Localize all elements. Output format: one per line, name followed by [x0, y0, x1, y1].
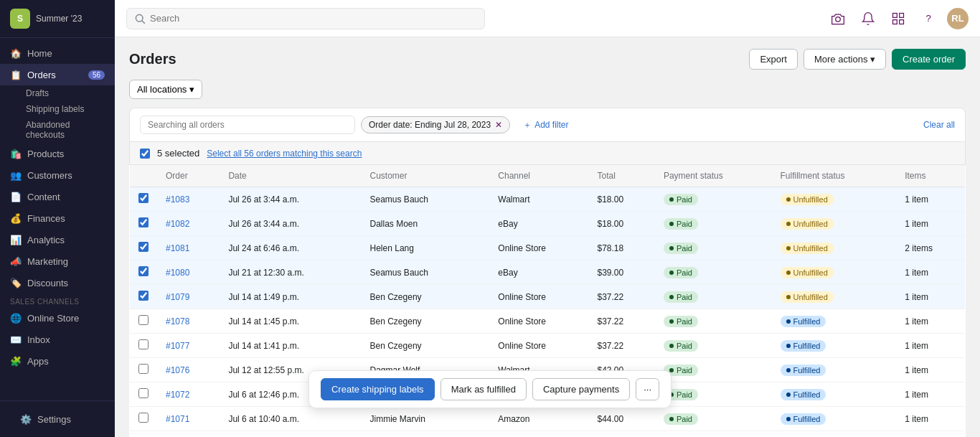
sidebar-item-online-store[interactable]: 🌐 Online Store: [0, 307, 115, 329]
order-number[interactable]: #1078: [166, 316, 189, 326]
sidebar-item-orders[interactable]: 📋 Orders 56: [0, 64, 115, 85]
page-header: Orders Export More actions ▾ Create orde…: [129, 49, 966, 70]
svg-point-2: [836, 17, 841, 22]
date-filter-chip[interactable]: Order date: Ending Jul 28, 2023 ✕: [361, 116, 510, 133]
order-number[interactable]: #1079: [166, 292, 189, 302]
row-checkbox[interactable]: [138, 217, 149, 227]
order-items: 1 item: [896, 334, 965, 358]
sidebar-item-customers[interactable]: 👥 Customers: [0, 164, 115, 186]
sidebar-item-products[interactable]: 🛍️ Products: [0, 143, 115, 164]
search-box[interactable]: [126, 8, 485, 29]
sidebar-item-discounts[interactable]: 🏷️ Discounts: [0, 272, 115, 293]
help-icon-btn[interactable]: ?: [917, 7, 940, 30]
order-total: $18.00: [588, 212, 654, 236]
export-button[interactable]: Export: [749, 49, 798, 70]
row-checkbox[interactable]: [138, 291, 149, 301]
order-customer: Buck Kemmer: [362, 431, 490, 438]
sidebar-item-abandoned-checkouts[interactable]: Abandoned checkouts: [0, 117, 115, 143]
inbox-icon: ✉️: [10, 334, 22, 345]
marketing-icon: 📣: [10, 255, 22, 267]
more-actions-button[interactable]: More actions ▾: [804, 49, 886, 70]
order-date: Jul 26 at 3:44 a.m.: [220, 212, 361, 236]
sidebar-section-sales-channels: Sales channels: [0, 293, 115, 307]
payment-badge: Paid: [664, 316, 698, 327]
order-items: 1 item: [896, 309, 965, 334]
sidebar: S Summer '23 🏠 Home 📋 Orders 56 Drafts S…: [0, 0, 115, 437]
order-customer: Helen Lang: [362, 236, 490, 260]
selection-bar: 5 selected Select all 56 orders matching…: [129, 142, 966, 165]
avatar[interactable]: RL: [947, 8, 969, 29]
order-date: Jul 6 at 10:40 a.m.: [220, 407, 361, 431]
row-checkbox[interactable]: [138, 315, 149, 325]
fulfillment-badge: Unfulfilled: [781, 194, 834, 205]
mark-as-fulfilled-button[interactable]: Mark as fulfilled: [440, 378, 527, 400]
add-filter-button[interactable]: ＋ Add filter: [516, 116, 575, 134]
orders-search-input[interactable]: [140, 116, 355, 134]
select-all-orders-link[interactable]: Select all 56 orders matching this searc…: [207, 149, 362, 159]
fulfillment-badge: Unfulfilled: [781, 218, 834, 230]
order-number[interactable]: #1072: [166, 390, 189, 400]
svg-line-1: [142, 20, 145, 23]
discounts-icon: 🏷️: [10, 277, 22, 288]
finances-icon: 💰: [10, 212, 22, 224]
sidebar-item-marketing[interactable]: 📣 Marketing: [0, 250, 115, 272]
order-date: Jul 14 at 1:49 p.m.: [220, 285, 361, 309]
order-total: $39.00: [588, 260, 654, 285]
row-checkbox[interactable]: [138, 266, 149, 276]
sidebar-item-inbox[interactable]: ✉️ Inbox: [0, 329, 115, 350]
capture-payments-button[interactable]: Capture payments: [532, 378, 630, 400]
order-number[interactable]: #1082: [166, 219, 189, 229]
row-checkbox[interactable]: [138, 339, 149, 349]
order-items: 1 item: [896, 407, 965, 431]
order-number[interactable]: #1076: [166, 365, 189, 375]
order-number[interactable]: #1077: [166, 341, 189, 351]
sidebar-item-analytics-label: Analytics: [27, 235, 65, 245]
order-number[interactable]: #1080: [166, 268, 189, 278]
more-actions-floating-button[interactable]: ···: [636, 378, 659, 400]
grid-icon-btn[interactable]: [887, 7, 910, 30]
row-checkbox[interactable]: [138, 364, 149, 374]
sidebar-item-content[interactable]: 📄 Content: [0, 186, 115, 207]
camera-icon-btn[interactable]: [826, 7, 849, 30]
row-checkbox[interactable]: [138, 413, 149, 423]
order-channel: Walmart: [489, 431, 588, 438]
sidebar-item-shipping-labels[interactable]: Shipping labels: [0, 101, 115, 117]
search-input[interactable]: [150, 13, 477, 24]
location-bar: All locations ▾: [129, 80, 966, 99]
col-payment: Payment status: [655, 165, 772, 187]
payment-badge: Paid: [664, 413, 698, 425]
date-filter-remove[interactable]: ✕: [495, 120, 502, 130]
order-customer: Ben Czegeny: [362, 285, 490, 309]
create-shipping-labels-button[interactable]: Create shipping labels: [321, 378, 435, 400]
order-number[interactable]: #1071: [166, 414, 189, 424]
order-number[interactable]: #1081: [166, 243, 189, 253]
sidebar-item-discounts-label: Discounts: [27, 278, 68, 288]
location-selector[interactable]: All locations ▾: [129, 80, 202, 99]
order-items: 2 items: [896, 236, 965, 260]
more-actions-label: More actions: [814, 54, 867, 65]
row-checkbox[interactable]: [138, 193, 149, 203]
order-items: 1 item: [896, 431, 965, 438]
fulfillment-badge: Fulfilled: [781, 365, 826, 376]
sidebar-item-home[interactable]: 🏠 Home: [0, 42, 115, 64]
home-icon: 🏠: [10, 47, 22, 59]
order-number[interactable]: #1083: [166, 194, 189, 205]
col-date: Date: [220, 165, 361, 187]
abandoned-checkouts-label: Abandoned checkouts: [26, 120, 70, 140]
clear-all-button[interactable]: Clear all: [923, 120, 955, 130]
sidebar-item-finances[interactable]: 💰 Finances: [0, 207, 115, 229]
create-order-button[interactable]: Create order: [892, 49, 966, 70]
row-checkbox[interactable]: [138, 388, 149, 398]
camera-icon: [831, 11, 845, 26]
payment-badge: Paid: [664, 340, 698, 352]
fulfillment-badge: Fulfilled: [781, 316, 826, 327]
sidebar-item-settings[interactable]: ⚙️ Settings: [10, 408, 105, 430]
sidebar-item-apps[interactable]: 🧩 Apps: [0, 350, 115, 372]
sidebar-item-analytics[interactable]: 📊 Analytics: [0, 229, 115, 250]
sidebar-item-drafts[interactable]: Drafts: [0, 85, 115, 101]
order-total: $37.22: [588, 285, 654, 309]
settings-icon: ⚙️: [20, 413, 32, 425]
bell-icon-btn[interactable]: [857, 7, 880, 30]
row-checkbox[interactable]: [138, 242, 149, 252]
select-all-checkbox[interactable]: [140, 149, 150, 159]
